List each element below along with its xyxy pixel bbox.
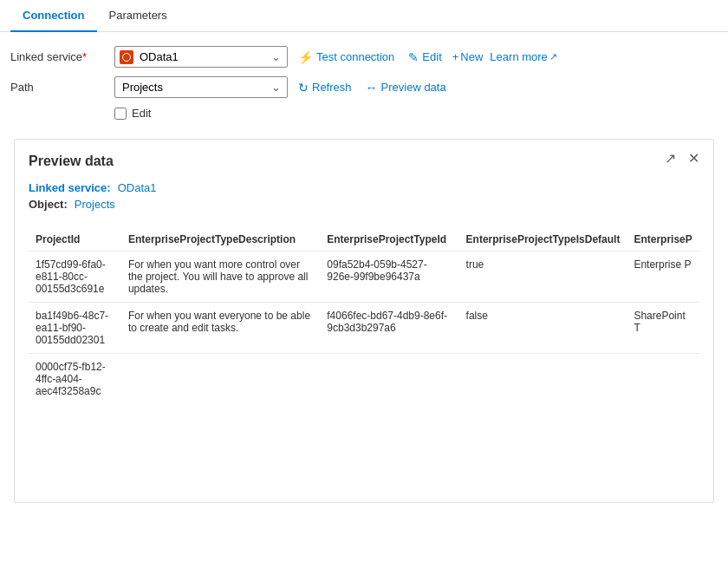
- refresh-button[interactable]: ↻ Refresh: [295, 77, 355, 98]
- table-row: 1f57cd99-6fa0-e811-80cc-00155d3c691e For…: [29, 252, 699, 303]
- cell-project-id-0: 1f57cd99-6fa0-e811-80cc-00155d3c691e: [29, 252, 121, 303]
- cell-description-2: [121, 354, 320, 405]
- cell-is-default-2: [459, 354, 627, 405]
- required-star: *: [82, 50, 87, 63]
- tab-parameters[interactable]: Parameters: [97, 0, 179, 32]
- edit-checkbox[interactable]: [114, 108, 127, 120]
- object-meta-value: Projects: [75, 198, 115, 211]
- edit-linked-service-button[interactable]: ✎ Edit: [405, 47, 445, 68]
- linked-service-meta-value: OData1: [118, 181, 157, 194]
- edit-checkbox-label: Edit: [132, 107, 151, 120]
- linked-service-select[interactable]: OData1: [114, 46, 288, 68]
- tab-bar: Connection Parameters: [0, 0, 728, 32]
- learn-more-button[interactable]: Learn more ↗: [490, 50, 556, 63]
- external-link-icon: ↗: [549, 51, 557, 62]
- close-button[interactable]: ✕: [685, 148, 703, 168]
- path-label: Path: [10, 81, 114, 94]
- preview-title: Preview data: [29, 154, 699, 169]
- object-meta-label: Object:: [29, 198, 68, 211]
- edit-checkbox-row: Edit: [114, 107, 718, 120]
- path-controls: Projects ⌄ ↻ Refresh ↔ Preview data: [114, 76, 450, 98]
- new-button[interactable]: + New: [452, 50, 484, 63]
- linked-service-row: Linked service* OData1 ⌄ ⚡ Test connecti…: [10, 46, 718, 68]
- col-type-desc: EnterpriseProjectTypeDescription: [121, 228, 320, 252]
- col-project-id: ProjectId: [29, 228, 121, 252]
- preview-table: ProjectId EnterpriseProjectTypeDescripti…: [29, 228, 699, 404]
- linked-service-meta-label: Linked service:: [29, 181, 111, 194]
- cell-is-default-1: false: [459, 303, 627, 354]
- col-enterprise-p: EnterpriseP: [627, 228, 699, 252]
- cell-project-id-2: 0000cf75-fb12-4ffc-a404-aec4f3258a9c: [29, 354, 121, 405]
- edit-icon: ✎: [408, 50, 419, 64]
- cell-enterprise-0: Enterprise P: [627, 252, 699, 303]
- preview-icon: ↔: [366, 81, 378, 95]
- cell-type-id-2: [320, 354, 458, 405]
- cell-enterprise-2: [627, 354, 699, 405]
- path-select-wrapper: Projects ⌄: [114, 76, 288, 98]
- header-row: ProjectId EnterpriseProjectTypeDescripti…: [29, 228, 699, 252]
- col-is-default: EnterpriseProjectTypeIsDefault: [459, 228, 627, 252]
- path-row: Path Projects ⌄ ↻ Refresh ↔ Preview data: [10, 76, 718, 98]
- cell-project-id-1: ba1f49b6-48c7-ea11-bf90-00155dd02301: [29, 303, 121, 354]
- table-row: ba1f49b6-48c7-ea11-bf90-00155dd02301 For…: [29, 303, 699, 354]
- col-type-id: EnterpriseProjectTypeId: [320, 228, 458, 252]
- table-body: 1f57cd99-6fa0-e811-80cc-00155d3c691e For…: [29, 252, 699, 405]
- db-icon: [120, 50, 133, 64]
- cell-type-id-1: f4066fec-bd67-4db9-8e6f-9cb3d3b297a6: [320, 303, 458, 354]
- plus-icon: +: [452, 50, 459, 63]
- linked-service-controls: OData1 ⌄ ⚡ Test connection ✎ Edit + New: [114, 46, 557, 68]
- tab-connection[interactable]: Connection: [10, 0, 97, 32]
- linked-service-label: Linked service*: [10, 50, 114, 63]
- refresh-icon: ↻: [298, 81, 309, 95]
- linked-service-select-wrapper: OData1 ⌄: [114, 46, 288, 68]
- panel-controls: ↗ ✕: [661, 148, 703, 168]
- meta-object-row: Object: Projects: [29, 198, 699, 211]
- test-connection-button[interactable]: ⚡ Test connection: [295, 47, 398, 68]
- cell-enterprise-1: SharePoint T: [627, 303, 699, 354]
- preview-meta: Linked service: OData1 Object: Projects: [29, 181, 699, 211]
- form-area: Linked service* OData1 ⌄ ⚡ Test connecti…: [0, 32, 728, 128]
- table-row: 0000cf75-fb12-4ffc-a404-aec4f3258a9c: [29, 354, 699, 405]
- path-select[interactable]: Projects: [114, 76, 288, 98]
- cell-type-id-0: 09fa52b4-059b-4527-926e-99f9be96437a: [320, 252, 458, 303]
- meta-linked-service-row: Linked service: OData1: [29, 181, 699, 194]
- cell-is-default-0: true: [459, 252, 627, 303]
- table-header: ProjectId EnterpriseProjectTypeDescripti…: [29, 228, 699, 252]
- cell-description-0: For when you want more control over the …: [121, 252, 320, 303]
- test-connection-icon: ⚡: [298, 50, 313, 64]
- preview-data-button[interactable]: ↔ Preview data: [362, 77, 450, 98]
- expand-button[interactable]: ↗: [661, 148, 679, 168]
- preview-panel: ↗ ✕ Preview data Linked service: OData1 …: [14, 139, 714, 503]
- cell-description-1: For when you want everyone to be able to…: [121, 303, 320, 354]
